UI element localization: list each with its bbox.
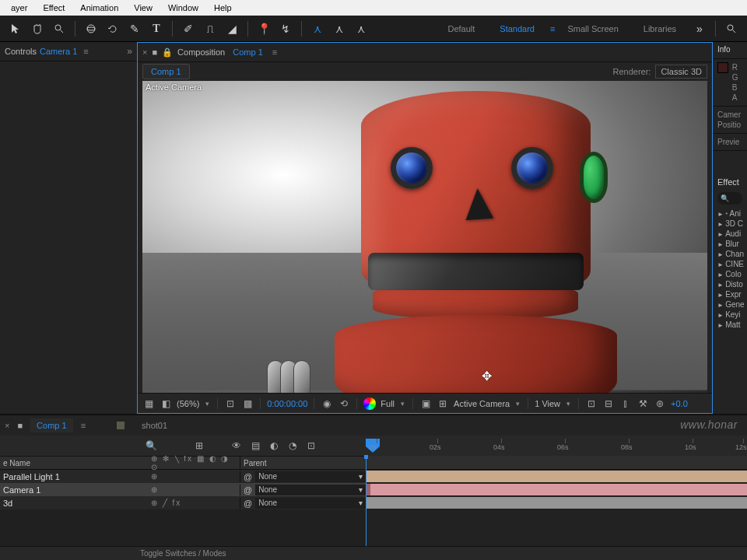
effects-search[interactable]: 🔍 — [713, 190, 747, 207]
menu-view[interactable]: View — [126, 3, 160, 12]
chevron-down-icon[interactable]: ▾ — [401, 400, 405, 408]
axis-view-icon[interactable]: ⋏ — [352, 19, 370, 38]
exposure-value[interactable]: +0.0 — [671, 399, 688, 408]
zoom-level[interactable]: (56%) — [177, 399, 199, 408]
timeline-close-icon[interactable]: × — [5, 421, 9, 430]
layer-row[interactable]: Camera 1 ⊕ @None▾ — [0, 483, 366, 496]
panel-close-icon[interactable]: × — [142, 47, 147, 57]
workspace-standard[interactable]: Standard — [487, 24, 547, 33]
transparency-icon[interactable]: ▩ — [241, 397, 254, 410]
draft-3d-icon[interactable]: ⊡ — [305, 439, 317, 452]
eraser-tool-icon[interactable]: ◢ — [223, 19, 241, 38]
preview-panel-title[interactable]: Previe — [713, 134, 747, 151]
panel-overflow-icon[interactable]: » — [127, 46, 132, 57]
type-tool-icon[interactable]: T — [147, 19, 166, 38]
puppet-tool-icon[interactable]: ↯ — [276, 19, 295, 38]
workspace-libraries[interactable]: Libraries — [631, 24, 689, 33]
search-icon[interactable]: 🔍 — [145, 439, 157, 452]
col-parent[interactable]: Parent — [240, 457, 366, 469]
renderer-dropdown[interactable]: Classic 3D — [655, 65, 707, 79]
clone-tool-icon[interactable]: ⎍ — [201, 19, 219, 38]
workspace-small-screen[interactable]: Small Screen — [555, 24, 630, 33]
current-timecode[interactable]: 0:00:00:00 — [267, 399, 307, 408]
orbit-tool-icon[interactable] — [82, 19, 100, 38]
show-snapshot-icon[interactable]: ⟲ — [338, 397, 350, 410]
menu-effect[interactable]: Effect — [35, 3, 72, 12]
camera-dropdown[interactable]: Active Camera — [454, 399, 510, 408]
effects-category[interactable]: Chan — [713, 249, 747, 259]
layer-bar[interactable] — [366, 497, 747, 509]
timeline-icon[interactable]: ⫿ — [619, 397, 632, 410]
frame-blend-icon[interactable]: ▤ — [249, 439, 261, 452]
effects-category[interactable]: Audi — [713, 229, 747, 239]
col-switches[interactable]: ⊕ ✻ ╲ fx ▦ ◐ ◑ ⊙ — [146, 457, 240, 469]
layer-bar[interactable] — [370, 484, 747, 495]
composition-viewport[interactable]: Active Camera ✥ — [142, 81, 707, 393]
time-ruler[interactable]: 0s 02s 04s 06s 08s 10s 12s www.honar — [366, 436, 747, 456]
timeline-tab-shot01[interactable]: shot01 — [135, 418, 174, 432]
effects-category[interactable]: 3D C — [713, 219, 747, 229]
playhead-line[interactable] — [366, 456, 366, 546]
composition-tab-name[interactable]: Comp 1 — [233, 47, 263, 57]
color-icon[interactable] — [363, 397, 376, 410]
workspace-overflow-icon[interactable]: » — [690, 19, 709, 38]
mask-icon[interactable]: ▣ — [419, 397, 432, 410]
chevron-down-icon[interactable]: ▾ — [205, 400, 209, 408]
selection-tool-icon[interactable] — [6, 19, 25, 38]
pickwhip-icon[interactable]: @ — [244, 499, 252, 508]
pixel-aspect-icon[interactable]: ⊡ — [585, 397, 598, 410]
timeline-track-area[interactable] — [366, 456, 747, 546]
safe-zone-icon[interactable]: ⊞ — [437, 397, 449, 410]
layer-row[interactable]: Parallel Light 1 ⊕ @None▾ — [0, 470, 366, 483]
layer-bar[interactable] — [366, 471, 747, 482]
timeline-tab-comp1[interactable]: Comp 1 — [30, 418, 73, 432]
rotate-tool-icon[interactable] — [103, 19, 122, 38]
parent-dropdown[interactable]: None▾ — [255, 485, 366, 495]
effects-category[interactable]: Keyi — [713, 310, 747, 320]
panel-menu-icon[interactable]: ≡ — [272, 47, 277, 57]
comp-flow-tab[interactable]: Comp 1 — [142, 64, 190, 79]
effect-controls-tab[interactable]: Controls — [5, 47, 37, 56]
menu-animation[interactable]: Animation — [72, 3, 126, 12]
workspace-default[interactable]: Default — [435, 24, 487, 33]
effects-category[interactable]: Matt — [713, 320, 747, 330]
fast-preview-icon[interactable]: ⊟ — [602, 397, 615, 410]
search-icon[interactable] — [722, 19, 741, 38]
effects-panel-title[interactable]: Effect — [713, 174, 747, 190]
axis-world-icon[interactable]: ⋏ — [330, 19, 349, 38]
menu-window[interactable]: Window — [160, 3, 206, 12]
menu-layer[interactable]: ayer — [3, 3, 35, 12]
parent-dropdown[interactable]: None▾ — [255, 498, 366, 509]
motion-blur-icon[interactable]: ◐ — [268, 439, 280, 452]
parent-dropdown[interactable]: None▾ — [255, 471, 366, 482]
reset-exposure-icon[interactable]: ⊛ — [654, 397, 666, 410]
chevron-down-icon[interactable]: ▾ — [566, 400, 570, 408]
info-panel-title[interactable]: Info — [713, 42, 747, 59]
comp-mini-icon[interactable]: ⊞ — [193, 439, 205, 452]
col-layer-name[interactable]: e Name — [0, 457, 146, 469]
grid-icon[interactable]: ▦ — [142, 397, 155, 410]
effects-category[interactable]: Expr — [713, 289, 747, 299]
chevron-down-icon[interactable]: ▾ — [516, 400, 520, 408]
menu-help[interactable]: Help — [206, 3, 240, 12]
effects-category[interactable]: Disto — [713, 279, 747, 289]
resolution-icon[interactable]: ⊡ — [224, 397, 237, 410]
flowchart-icon[interactable]: ⚒ — [637, 397, 649, 410]
effects-category[interactable]: Gene — [713, 299, 747, 310]
quality-dropdown[interactable]: Full — [381, 399, 395, 408]
effects-category[interactable]: Colo — [713, 269, 747, 279]
pen-tool-icon[interactable]: ✎ — [125, 19, 144, 38]
effect-controls-layer[interactable]: Camera 1 — [40, 47, 77, 56]
zoom-tool-icon[interactable] — [50, 19, 68, 38]
lock-icon[interactable]: 🔒 — [162, 47, 173, 58]
toggle-switches-button[interactable]: Toggle Switches / Modes — [140, 549, 226, 558]
panel-menu-icon[interactable]: ≡ — [83, 47, 88, 56]
layer-row[interactable]: 3d ⊕ ╱ fx @None▾ — [0, 496, 366, 509]
hand-tool-icon[interactable] — [28, 19, 47, 38]
effects-category[interactable]: Blur — [713, 239, 747, 249]
brush-tool-icon[interactable]: ✐ — [179, 19, 198, 38]
snapshot-icon[interactable]: ◉ — [321, 397, 333, 410]
graph-editor-icon[interactable]: ◔ — [286, 439, 299, 452]
pickwhip-icon[interactable]: @ — [244, 485, 252, 495]
axis-local-icon[interactable]: ⋏ — [308, 19, 327, 38]
